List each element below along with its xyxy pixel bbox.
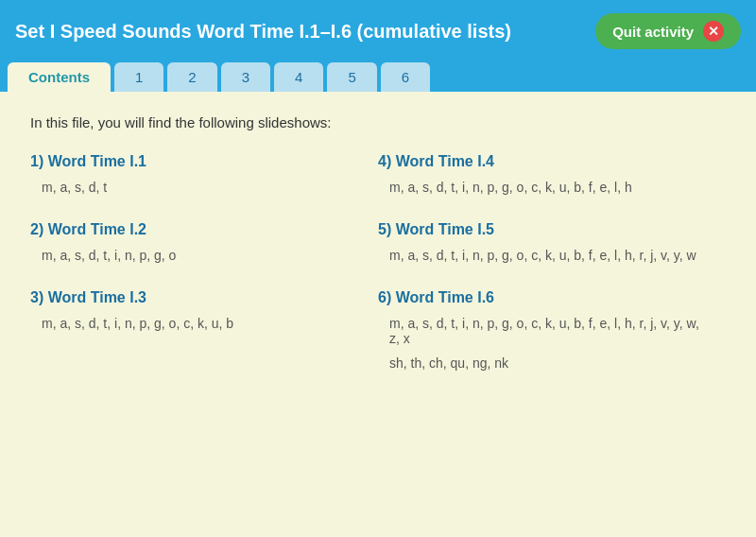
slide-sounds: m, a, s, d, t, i, n, p, g, o, c, k, u, b… — [378, 316, 707, 346]
slide-title: 4) Word Time I.4 — [378, 153, 707, 170]
slide-title: 6) Word Time I.6 — [378, 289, 707, 306]
quit-activity-button[interactable]: Quit activity ✕ — [595, 13, 741, 49]
list-item: 3) Word Time I.3 m, a, s, d, t, i, n, p,… — [30, 289, 378, 371]
slide-sounds: m, a, s, d, t, i, n, p, g, o, c, k, u, b… — [378, 180, 707, 195]
list-item: 5) Word Time I.5 m, a, s, d, t, i, n, p,… — [378, 221, 726, 263]
page-title: Set I Speed Sounds Word Time I.1–I.6 (cu… — [15, 21, 511, 43]
slide-title: 3) Word Time I.3 — [30, 289, 359, 306]
list-item: 1) Word Time I.1 m, a, s, d, t — [30, 153, 378, 195]
quit-button-label: Quit activity — [612, 24, 694, 40]
close-icon: ✕ — [703, 21, 724, 42]
tab-5[interactable]: 5 — [327, 62, 376, 92]
slide-sounds-2: sh, th, ch, qu, ng, nk — [378, 355, 707, 371]
list-item: 4) Word Time I.4 m, a, s, d, t, i, n, p,… — [378, 153, 726, 195]
items-grid: 1) Word Time I.1 m, a, s, d, t 4) Word T… — [30, 153, 726, 397]
tab-3[interactable]: 3 — [221, 62, 270, 92]
tab-1[interactable]: 1 — [114, 62, 163, 92]
tab-2[interactable]: 2 — [167, 62, 216, 92]
tabs-bar: Contents 1 2 3 4 5 6 — [0, 62, 756, 92]
slide-title: 2) Word Time I.2 — [30, 221, 359, 238]
tab-contents[interactable]: Contents — [8, 62, 111, 92]
tab-6[interactable]: 6 — [381, 62, 430, 92]
list-item: 6) Word Time I.6 m, a, s, d, t, i, n, p,… — [378, 289, 726, 371]
slide-sounds: m, a, s, d, t — [30, 180, 359, 195]
slide-sounds: m, a, s, d, t, i, n, p, g, o, c, k, u, b… — [378, 248, 707, 263]
slide-title: 1) Word Time I.1 — [30, 153, 359, 170]
intro-text: In this file, you will find the followin… — [30, 114, 726, 130]
app-container: Set I Speed Sounds Word Time I.1–I.6 (cu… — [0, 0, 756, 537]
slide-title: 5) Word Time I.5 — [378, 221, 707, 238]
slide-sounds: m, a, s, d, t, i, n, p, g, o — [30, 248, 359, 263]
list-item: 2) Word Time I.2 m, a, s, d, t, i, n, p,… — [30, 221, 378, 263]
header: Set I Speed Sounds Word Time I.1–I.6 (cu… — [0, 0, 756, 62]
slide-sounds: m, a, s, d, t, i, n, p, g, o, c, k, u, b — [30, 316, 359, 331]
tab-4[interactable]: 4 — [274, 62, 323, 92]
content-area: In this file, you will find the followin… — [0, 92, 756, 537]
